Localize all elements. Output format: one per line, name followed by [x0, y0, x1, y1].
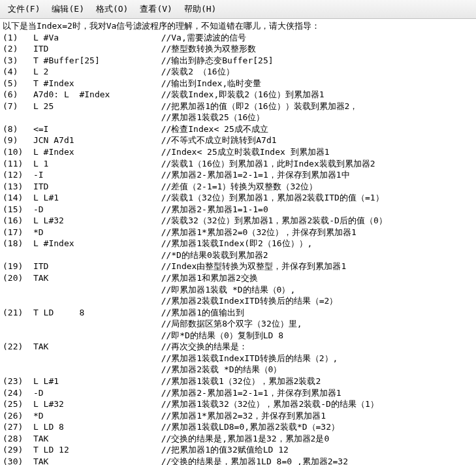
menu-format[interactable]: 格式(O) [91, 2, 133, 16]
menubar: 文件(F) 编辑(E) 格式(O) 查看(V) 帮助(H) [0, 0, 476, 19]
text-content[interactable]: 以下是当Index=2时，我对Va信号滤波程序的理解，不知道错在哪儿，请大侠指导… [0, 19, 476, 465]
menu-edit[interactable]: 编辑(E) [46, 2, 89, 16]
intro-text: 以下是当Index=2时，我对Va信号滤波程序的理解，不知道错在哪儿，请大侠指导… [3, 21, 320, 31]
menu-view[interactable]: 查看(V) [135, 2, 177, 16]
code-block: (1) L #Va //Va,需要滤波的信号 (2) ITD //整型数转换为双… [3, 33, 387, 465]
menu-help[interactable]: 帮助(H) [179, 2, 221, 16]
menu-file[interactable]: 文件(F) [3, 2, 45, 16]
